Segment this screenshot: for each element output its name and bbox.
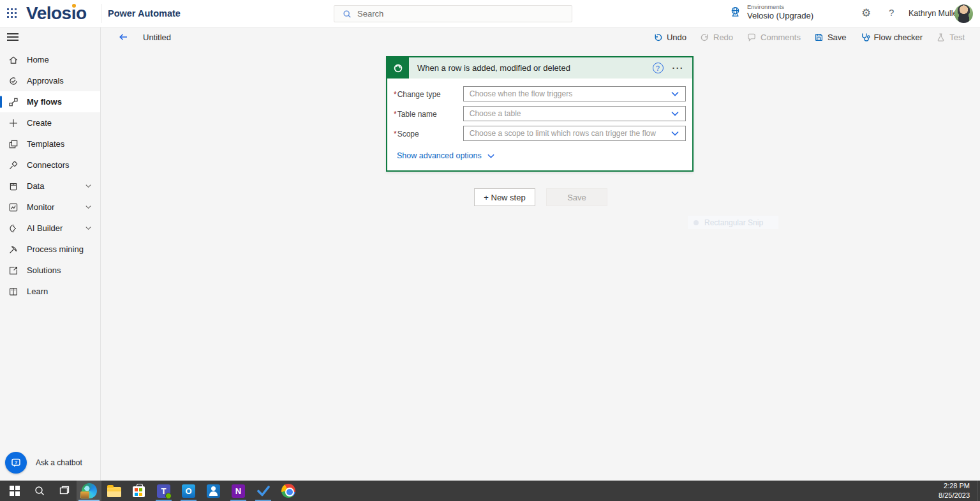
my-flows-icon <box>8 97 19 107</box>
sidebar-item-solutions[interactable]: Solutions <box>0 260 100 281</box>
approvals-icon <box>8 76 19 86</box>
table-name-dropdown[interactable] <box>463 106 686 121</box>
taskbar-chrome[interactable] <box>276 481 301 501</box>
taskbar-file-explorer[interactable] <box>101 481 126 501</box>
data-icon <box>8 181 19 191</box>
svg-text:?: ? <box>15 460 18 465</box>
sidebar-item-monitor[interactable]: Monitor <box>0 197 100 218</box>
scope-dropdown[interactable] <box>463 126 686 141</box>
comments-button[interactable]: Comments <box>746 33 801 42</box>
redo-button[interactable]: Redo <box>700 33 733 42</box>
trigger-card: When a row is added, modified or deleted… <box>386 56 694 172</box>
learn-book-icon <box>8 287 19 297</box>
trigger-more-menu-icon[interactable]: ··· <box>672 63 685 73</box>
back-arrow-icon[interactable] <box>118 32 129 42</box>
connectors-icon <box>8 160 19 170</box>
chatbot-button[interactable]: ? <box>5 452 27 474</box>
search-icon <box>34 485 45 497</box>
taskbar-to-do[interactable] <box>251 481 276 501</box>
search-box[interactable] <box>334 5 572 22</box>
undo-button[interactable]: Undo <box>653 33 687 42</box>
save-icon <box>814 33 824 42</box>
templates-icon <box>8 139 19 149</box>
task-view-button[interactable] <box>52 481 77 501</box>
trigger-card-header[interactable]: When a row is added, modified or deleted… <box>387 57 692 79</box>
flow-checker-label: Flow checker <box>874 33 923 42</box>
field-row-change-type: *Change type <box>394 86 686 101</box>
taskbar-teams[interactable]: T <box>151 481 176 501</box>
trigger-help-icon[interactable]: ? <box>653 63 664 73</box>
taskbar-clock[interactable]: 2:28 PM 8/25/2023 <box>939 481 977 501</box>
hamburger-menu-icon[interactable] <box>7 33 19 41</box>
environment-globe-icon <box>729 6 741 18</box>
sidebar-item-learn[interactable]: Learn <box>0 281 100 302</box>
sidebar-item-connectors[interactable]: Connectors <box>0 154 100 176</box>
field-row-table-name: *Table name <box>394 106 686 121</box>
chatbot-icon: ? <box>10 457 22 468</box>
save-button[interactable]: Save <box>814 33 847 42</box>
flow-toolbar: Untitled Undo Redo Comments Save Flow ch… <box>101 28 980 46</box>
flow-checker-icon <box>860 32 870 42</box>
start-button[interactable] <box>2 481 27 501</box>
sidebar-item-create[interactable]: Create <box>0 112 100 133</box>
undo-label: Undo <box>667 33 687 42</box>
taskbar-onenote[interactable]: N <box>226 481 251 501</box>
show-desktop-button[interactable] <box>977 481 980 501</box>
environment-name: Velosio (Upgrade) <box>747 11 813 20</box>
user-name[interactable]: Kathryn Muller <box>909 9 960 18</box>
help-icon[interactable]: ? <box>889 7 894 18</box>
chatbot-label: Ask a chatbot <box>36 458 82 467</box>
velosio-logo: Velosıo <box>26 3 87 24</box>
avatar[interactable] <box>954 4 973 23</box>
fading-snip-toast: Rectangular Snip <box>688 216 778 229</box>
scope-label: Scope <box>397 130 419 138</box>
settings-gear-icon[interactable]: ⚙ <box>861 6 871 20</box>
sidebar-item-process-mining[interactable]: Process mining <box>0 239 100 260</box>
taskbar-microsoft-store[interactable] <box>126 481 151 501</box>
taskbar-search-button[interactable] <box>27 481 52 501</box>
test-button[interactable]: Test <box>936 33 965 42</box>
dropdown-chevron-icon[interactable] <box>671 90 679 98</box>
toast-text: Rectangular Snip <box>704 218 763 227</box>
flow-title: Untitled <box>143 33 171 42</box>
create-plus-icon <box>8 118 19 128</box>
dropdown-chevron-icon[interactable] <box>671 130 679 137</box>
change-type-input[interactable] <box>470 89 671 98</box>
taskbar-edge-browser[interactable] <box>77 481 101 501</box>
sidebar-item-ai-builder[interactable]: AI Builder <box>0 218 100 239</box>
scope-input[interactable] <box>470 129 671 138</box>
search-input[interactable] <box>357 9 549 19</box>
table-name-input[interactable] <box>470 109 671 118</box>
sidebar-item-my-flows[interactable]: My flows <box>0 91 100 112</box>
dropdown-chevron-icon[interactable] <box>671 110 679 117</box>
windows-taskbar: T O N 2:28 PM 8/25/2023 <box>0 481 980 501</box>
clock-date: 8/25/2023 <box>939 491 970 500</box>
show-advanced-options-link[interactable]: Show advanced options <box>397 151 495 160</box>
test-label: Test <box>949 33 965 42</box>
clock-time: 2:28 PM <box>944 481 970 491</box>
search-icon <box>343 10 352 19</box>
chevron-down-icon <box>85 183 92 190</box>
canvas-save-button[interactable]: Save <box>546 188 607 206</box>
teams-icon: T <box>157 484 170 498</box>
dataverse-icon <box>387 57 409 79</box>
environment-picker[interactable]: Environments Velosio (Upgrade) <box>729 3 813 20</box>
new-step-button[interactable]: + New step <box>474 188 535 206</box>
outlook-icon: O <box>182 484 195 498</box>
taskbar-outlook[interactable]: O <box>176 481 201 501</box>
taskbar-people[interactable] <box>201 481 226 501</box>
sidebar-item-approvals[interactable]: Approvals <box>0 70 100 91</box>
required-marker: * <box>394 110 397 119</box>
flow-checker-button[interactable]: Flow checker <box>860 32 923 42</box>
sidebar-item-home[interactable]: Home <box>0 49 100 70</box>
sidebar-item-templates[interactable]: Templates <box>0 133 100 154</box>
to-do-check-icon <box>256 484 271 497</box>
test-beaker-icon <box>936 33 946 42</box>
divider <box>101 4 101 23</box>
change-type-dropdown[interactable] <box>463 86 686 101</box>
toast-dot-icon <box>694 220 699 225</box>
sidebar-item-data[interactable]: Data <box>0 176 100 197</box>
people-icon <box>207 484 220 498</box>
environments-label: Environments <box>747 3 813 10</box>
app-launcher-icon[interactable] <box>7 8 18 19</box>
